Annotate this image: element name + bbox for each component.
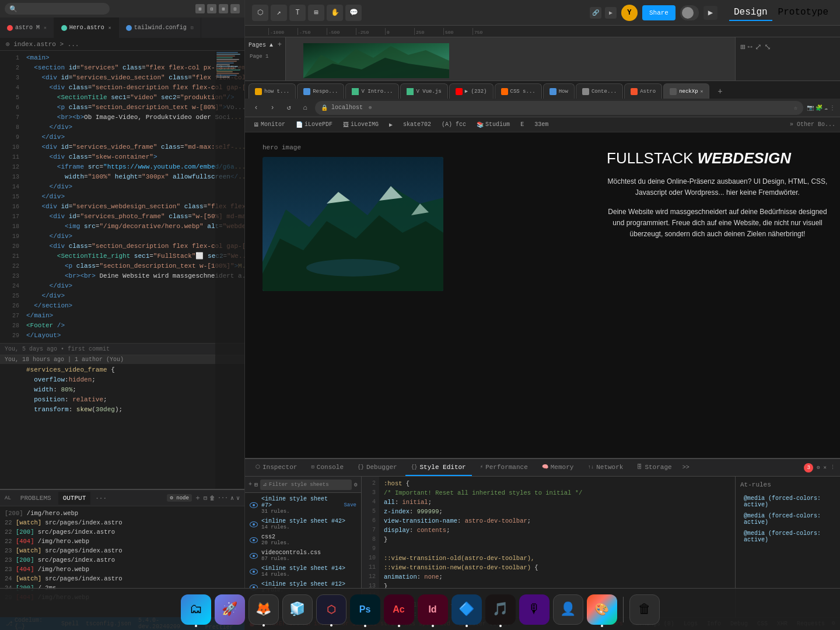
bookmark-iloveimg[interactable]: 🖼iLoveIMG <box>340 120 382 130</box>
editor-search[interactable]: 🔍 <box>5 3 110 15</box>
se-import-btn[interactable]: ⊞ <box>254 481 258 488</box>
dock-davinci[interactable]: ⬡ <box>316 594 346 625</box>
at-rule-3[interactable]: @media (forced-colors: active) <box>740 528 835 545</box>
performance-tab[interactable]: ⚡ Performance <box>474 460 534 476</box>
figma-hand-tool[interactable]: ✋ <box>327 5 343 21</box>
bookmark-studium[interactable]: 📚Studium <box>473 120 513 130</box>
dock-contacts[interactable]: 👤 <box>553 594 583 625</box>
bookmark-fcc[interactable]: (A) fcc <box>438 120 470 129</box>
se-settings-icon[interactable]: ⚙ <box>354 481 358 488</box>
browser-tab-intro[interactable]: V Intro... <box>345 83 399 99</box>
reload-btn[interactable]: ↺ <box>282 102 295 114</box>
screenshot-icon[interactable]: 📷 <box>807 104 814 111</box>
window-ctrl-1[interactable]: ⊞ <box>195 4 205 13</box>
style-editor-tab[interactable]: {} Style Editor <box>405 460 472 476</box>
dock-acrobat[interactable]: Ac <box>384 594 414 625</box>
browser-tab-how2[interactable]: How <box>543 83 575 99</box>
inspector-tab[interactable]: ⬡ Inspector <box>250 460 303 476</box>
browser-tab-yt[interactable]: ▶ (232) <box>449 83 494 99</box>
visibility-toggle[interactable] <box>250 502 258 508</box>
problems-tab[interactable]: PROBLEMS <box>16 492 56 505</box>
transform-icon-4[interactable]: ⤡ <box>764 42 771 52</box>
dock-app3[interactable]: 🔷 <box>452 594 482 625</box>
window-ctrl-2[interactable]: ⊟ <box>207 4 216 13</box>
browser-tab-how[interactable]: how t... <box>249 83 296 99</box>
canvas-viewport[interactable] <box>286 37 735 80</box>
dock-podcast[interactable]: 🎙 <box>519 594 550 625</box>
save-stylesheet-btn[interactable]: Save <box>344 502 356 508</box>
bookmark-33em[interactable]: 33em <box>531 120 552 129</box>
visibility-toggle[interactable] <box>250 522 258 527</box>
output-tab[interactable]: OUTPUT <box>58 492 91 505</box>
share-button[interactable]: Share <box>642 5 676 20</box>
debugger-tab[interactable]: {} Debugger <box>352 460 403 476</box>
memory-tab[interactable]: 🧠 Memory <box>536 460 580 476</box>
network-tab[interactable]: ↑↓ Network <box>582 460 629 476</box>
new-tab-btn[interactable]: + <box>713 85 727 99</box>
dock-finder[interactable]: 🗂 <box>181 594 211 625</box>
browser-tab-neck[interactable]: neckXp ✕ <box>663 83 709 99</box>
transform-icon-1[interactable]: ⊞ <box>740 42 745 52</box>
dock-launchpad[interactable]: 🚀 <box>215 594 245 625</box>
browser-tab-astro[interactable]: Astro <box>624 83 662 99</box>
devtools-more-btn[interactable]: ⋮ <box>830 464 835 471</box>
window-ctrl-3[interactable]: ⊠ <box>219 4 228 13</box>
browser-tab-conte[interactable]: Conte... <box>576 83 623 99</box>
devtools-settings-icon[interactable]: ⚙ <box>817 464 820 471</box>
stylesheet-item-css2[interactable]: css2 20 rules. <box>245 532 361 548</box>
back-btn[interactable]: ‹ <box>250 102 262 114</box>
split-terminal-btn[interactable]: ⊟ <box>204 495 207 502</box>
stylesheet-item-14[interactable]: <inline style sheet #14> 14 rules. <box>245 564 361 579</box>
extensions-icon[interactable]: 🧩 <box>816 104 822 111</box>
dock-firefox[interactable]: 🦊 <box>249 594 279 625</box>
forward-btn[interactable]: › <box>266 102 279 114</box>
play-preview-btn[interactable]: ▶ <box>704 6 718 20</box>
prototype-tab[interactable]: Prototype <box>774 5 833 21</box>
user-avatar[interactable]: Y <box>621 5 638 21</box>
bookmark-yt[interactable]: ▶ <box>386 120 396 130</box>
tab-hero-astro[interactable]: Hero.astro ✕ <box>54 18 119 38</box>
dock-app2[interactable]: 🧊 <box>282 594 313 625</box>
window-ctrl-4[interactable]: ⊡ <box>230 4 240 13</box>
sync-icon[interactable]: ☁ <box>824 104 828 111</box>
browser-tab-vue[interactable]: V Vue.js <box>400 83 447 99</box>
figma-play-icon[interactable]: ▶ <box>605 7 617 19</box>
visibility-toggle[interactable] <box>250 537 258 543</box>
browser-tab-css[interactable]: CSS s... <box>495 83 542 99</box>
transform-icon-3[interactable]: ⤢ <box>755 42 762 52</box>
figma-grid-tool[interactable]: ⊞ <box>308 5 324 21</box>
bookmark-ilovepdf[interactable]: 📄iLovePDF <box>292 120 336 130</box>
bookmark-monitor[interactable]: 🖥Monitor <box>250 120 289 130</box>
stylesheet-item-7[interactable]: <inline style sheet #7> 31 rules. Save <box>245 494 361 516</box>
menu-icon[interactable]: ⋮ <box>830 104 835 111</box>
at-rule-2[interactable]: @media (forced-colors: active) <box>740 510 835 528</box>
visibility-toggle[interactable] <box>250 569 258 575</box>
minimize-terminal-btn[interactable]: ∨ <box>236 495 240 502</box>
page-item[interactable]: Page 1 <box>249 52 282 61</box>
bookmark-e[interactable]: E <box>517 120 527 129</box>
figma-comment-tool[interactable]: 💬 <box>345 5 362 21</box>
close-terminal-btn[interactable]: ∧ <box>230 495 234 502</box>
design-tab[interactable]: Design <box>729 5 772 21</box>
transform-icon-2[interactable]: ↔ <box>747 42 752 52</box>
more-terminal-btn[interactable]: ··· <box>218 495 228 501</box>
home-btn[interactable]: ⌂ <box>299 102 312 114</box>
visibility-toggle[interactable] <box>250 553 258 559</box>
at-rule-1[interactable]: @media (forced-colors: active) <box>740 493 835 510</box>
dock-photoshop[interactable]: Ps <box>350 594 380 625</box>
stylesheet-item-videocontrols[interactable]: videocontrols.css 87 rules. <box>245 548 361 564</box>
tab-tailwind[interactable]: tailwind.config ⊡ <box>119 18 201 38</box>
devtools-more[interactable]: >> <box>682 464 690 471</box>
se-add-btn[interactable]: + <box>249 481 252 488</box>
dock-spotify[interactable]: 🎵 <box>485 594 516 625</box>
storage-tab[interactable]: 🗄 Storage <box>631 460 677 476</box>
url-bar[interactable]: 🔒 localhost ⊕ ☆ <box>315 101 803 115</box>
console-tab[interactable]: ⊡ Console <box>305 460 349 476</box>
bookmark-icon[interactable]: ☆ <box>794 104 797 111</box>
figma-select-tool[interactable]: ↗ <box>271 5 287 21</box>
dock-indesign[interactable]: Id <box>418 594 448 625</box>
tab-astro-m[interactable]: astro M ✕ <box>0 18 54 38</box>
figma-move-tool[interactable]: ⬡ <box>252 5 268 21</box>
kill-terminal-btn[interactable]: 🗑 <box>209 495 215 502</box>
pages-add-btn[interactable]: + <box>278 41 282 49</box>
